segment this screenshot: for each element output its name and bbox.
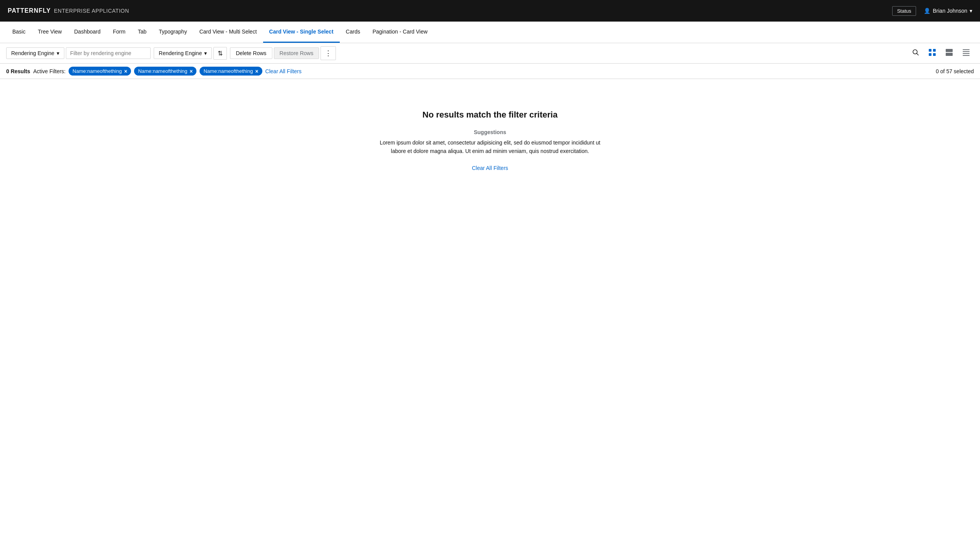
grid-view-icon [928,51,936,57]
svg-rect-8 [963,49,970,50]
nav-item-cards[interactable]: Cards [340,22,366,43]
empty-state-suggestions-heading: Suggestions [474,129,506,135]
user-menu[interactable]: 👤 Brian Johnson ▾ [924,8,972,14]
svg-rect-5 [933,53,936,56]
action-group: Delete Rows Restore Rows ⋮ [230,46,336,60]
svg-rect-2 [929,49,931,52]
svg-rect-6 [946,49,953,52]
filter-group: Rendering Engine ▾ [6,47,151,59]
empty-state: No results match the filter criteria Sug… [0,79,980,187]
filter-chip-3-label: Name:nameofthething [203,68,253,74]
active-filters-label: Active Filters: [33,68,65,74]
topbar-right: Status 👤 Brian Johnson ▾ [892,6,972,16]
filter-input[interactable] [66,47,151,59]
svg-line-1 [917,53,919,55]
svg-rect-7 [946,53,953,56]
list-view-icon [962,51,970,57]
filter-dropdown[interactable]: Rendering Engine ▾ [6,47,64,59]
user-chevron-icon: ▾ [970,8,972,14]
nav-item-card-view-single[interactable]: Card View - Single Select [263,22,340,43]
nav-item-form[interactable]: Form [107,22,132,43]
card-view-button[interactable] [941,46,957,60]
main-navigation: Basic Tree View Dashboard Form Tab Typog… [0,22,980,43]
sort-group: Rendering Engine ▾ ⇅ [154,47,227,60]
nav-item-typography[interactable]: Typography [153,22,193,43]
svg-rect-10 [963,53,970,54]
brand: PATTERNFLY ENTERPRISE APPLICATION [8,7,129,14]
user-icon: 👤 [924,8,930,14]
sort-dropdown-label: Rendering Engine [159,50,202,56]
nav-item-card-view-multi[interactable]: Card View - Multi Select [193,22,263,43]
selection-count: 0 of 57 selected [936,68,974,74]
filter-dropdown-label: Rendering Engine [11,50,54,56]
restore-rows-button[interactable]: Restore Rows [274,47,319,59]
empty-state-clear-link[interactable]: Clear All Filters [472,165,508,171]
nav-item-pagination-card[interactable]: Pagination - Card View [366,22,434,43]
svg-rect-9 [963,51,970,52]
more-actions-button[interactable]: ⋮ [321,46,336,60]
delete-rows-button[interactable]: Delete Rows [230,47,272,59]
clear-all-filters-link[interactable]: Clear All Filters [265,68,302,74]
sort-dropdown-chevron: ▾ [204,50,207,56]
filter-chip-3: Name:nameofthething × [200,67,262,76]
nav-item-basic[interactable]: Basic [6,22,32,43]
filter-chip-1-remove[interactable]: × [124,69,127,74]
filter-chip-2-remove[interactable]: × [190,69,193,74]
svg-rect-3 [933,49,936,52]
sort-dropdown[interactable]: Rendering Engine ▾ [154,47,212,59]
filter-chip-3-remove[interactable]: × [255,69,258,74]
brand-logo: PATTERNFLY [8,7,51,14]
sort-direction-button[interactable]: ⇅ [213,47,227,60]
user-name: Brian Johnson [933,8,967,14]
filter-chip-1-label: Name:nameofthething [72,68,122,74]
svg-rect-4 [929,53,931,56]
nav-item-tab[interactable]: Tab [132,22,153,43]
empty-state-body: Lorem ipsum dolor sit amet, consectetur … [374,138,606,156]
topbar: PATTERNFLY ENTERPRISE APPLICATION Status… [0,0,980,22]
filter-chip-2-label: Name:nameofthething [138,68,187,74]
list-view-button[interactable] [958,46,974,60]
more-actions-icon: ⋮ [325,49,332,57]
sort-az-icon: ⇅ [218,50,223,57]
filters-bar: 0 Results Active Filters: Name:nameofthe… [0,64,980,79]
card-view-icon [945,51,953,57]
filter-chip-1: Name:nameofthething × [69,67,131,76]
filter-dropdown-chevron: ▾ [57,50,59,56]
status-button[interactable]: Status [892,6,916,16]
toolbar: Rendering Engine ▾ Rendering Engine ▾ ⇅ … [0,43,980,64]
results-count: 0 Results [6,68,30,74]
filter-chip-2: Name:nameofthething × [134,67,196,76]
nav-item-dashboard[interactable]: Dashboard [68,22,107,43]
search-icon [912,50,919,57]
view-group [908,46,974,60]
brand-app: ENTERPRISE APPLICATION [54,8,129,14]
grid-view-button[interactable] [925,46,940,60]
nav-item-tree-view[interactable]: Tree View [32,22,68,43]
search-button[interactable] [908,47,923,60]
empty-state-title: No results match the filter criteria [423,110,558,120]
svg-rect-11 [963,55,970,56]
